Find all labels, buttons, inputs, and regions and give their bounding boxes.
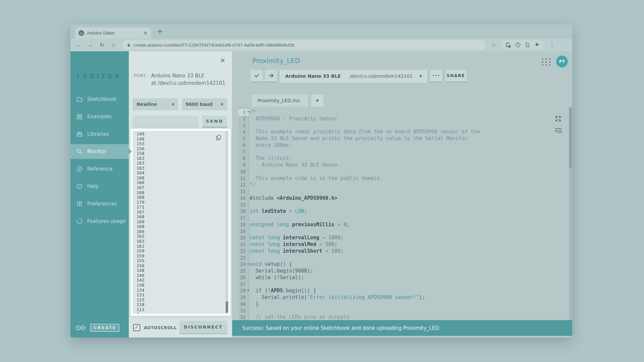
sidebar-item-libraries[interactable]: Libraries <box>70 127 129 141</box>
sidebar-item-label: Features usage <box>87 218 126 224</box>
code-line <box>250 169 565 175</box>
gutter-line-number: 21 <box>238 241 249 248</box>
editor-main: Proximity_LED FT Arduino Nano 33 BLE /de… <box>232 51 572 338</box>
gutter-line-number: 7 <box>238 149 249 156</box>
serial-output-line: 138 <box>137 283 228 288</box>
serial-output-line: 166 <box>137 180 228 185</box>
autoscroll-label: AUTOSCROLL <box>144 325 177 330</box>
new-tab-button[interactable]: + <box>157 27 163 36</box>
serial-output-line: 169 <box>137 220 228 225</box>
serial-output-line: 167 <box>137 210 228 215</box>
gutter-line-number: 32 <box>238 314 249 320</box>
extensions-cluster <box>501 40 544 50</box>
code-line: } <box>250 301 565 308</box>
fold-caret-icon[interactable]: ▼ <box>248 109 249 116</box>
sidebar-item-preferences[interactable]: Preferences <box>70 196 129 211</box>
chevron-right-icon: ❯ <box>76 73 80 79</box>
serial-output-line: 149 <box>137 132 228 137</box>
baud-rate-select[interactable]: 9600 baud ▼ <box>182 98 227 110</box>
arduino-favicon-icon: ∞ <box>78 30 84 36</box>
verify-button[interactable] <box>251 70 263 82</box>
code-line: Nano 33 BLE Sense and prints the proximi… <box>250 135 565 142</box>
copy-icon[interactable] <box>215 134 222 142</box>
serial-output-list[interactable]: 1491481531561581631631631641681661671681… <box>132 131 228 314</box>
more-options-button[interactable]: ••• <box>430 70 442 82</box>
home-icon[interactable]: ⌂ <box>110 42 117 48</box>
share-button[interactable]: SHARE <box>445 70 466 82</box>
sidebar-item-label: Sketchbook <box>87 96 116 102</box>
info-icon[interactable] <box>515 42 521 48</box>
code-editor[interactable]: /* APDS9960 - Proximity Sensor This exam… <box>250 107 565 320</box>
file-tab[interactable]: Proximity_LED.ino <box>252 95 308 107</box>
code-line: The circuit: <box>250 155 565 162</box>
board-selector[interactable]: Arduino Nano 33 BLE /dev/cu.usbmodem1421… <box>280 70 427 82</box>
sidebar-item-help[interactable]: ?Help <box>70 179 129 194</box>
fold-caret-icon[interactable]: ▼ <box>248 288 249 294</box>
scrollbar-thumb[interactable] <box>569 108 572 168</box>
code-line: APDS9960 - Proximity Sensor <box>250 116 565 122</box>
code-line: - Arduino Nano 33 BLE Sense <box>250 162 565 169</box>
upload-button[interactable] <box>265 70 277 82</box>
code-line <box>250 215 565 222</box>
fold-caret-icon[interactable]: ▼ <box>248 261 249 268</box>
serial-output-panel: 1491481531561581631631631641681661671681… <box>131 129 230 315</box>
disconnect-button[interactable]: DISCONNECT <box>179 321 227 334</box>
fullscreen-expand-icon[interactable] <box>554 115 562 122</box>
code-scrollbar[interactable] <box>569 107 572 320</box>
browser-tab[interactable]: ∞ Arduino Editor ✕ <box>75 27 151 39</box>
gutter-line-number: 23 <box>238 255 249 261</box>
url-text: create.arduino.cc/editor/FT-CONTENT/63eb… <box>133 43 294 48</box>
tab-title: Arduino Editor <box>87 31 141 36</box>
gutter-line-number: 1▼ <box>238 109 249 116</box>
serial-output-line: 155 <box>137 258 228 263</box>
code-line <box>250 122 565 129</box>
avatar[interactable]: FT <box>556 56 568 67</box>
send-row: SEND <box>133 116 227 128</box>
autoscroll-checkbox[interactable]: ✓ <box>133 324 140 331</box>
sketch-title: Proximity_LED <box>252 57 300 65</box>
serial-output-line: 153 <box>137 141 228 146</box>
sidebar-item-monitor[interactable]: Monitor <box>70 144 129 159</box>
serial-send-input[interactable] <box>133 116 198 128</box>
sidebar-item-sketchbook[interactable]: Sketchbook <box>70 92 129 107</box>
extension-badge-icon[interactable] <box>505 42 511 48</box>
code-line: int ledState = LOW; <box>250 208 565 215</box>
line-ending-select[interactable]: Newline ▼ <box>133 98 178 110</box>
status-message: Success: Saved on your online Sketchbook… <box>242 325 439 331</box>
back-icon[interactable]: ← <box>75 42 82 48</box>
gutter-line-number: 4 <box>238 129 249 135</box>
check-icon <box>254 72 260 79</box>
code-line: /* <box>250 109 565 116</box>
apps-grid-icon[interactable] <box>542 58 551 66</box>
code-line: This example code is in the public domai… <box>250 175 565 182</box>
editor-logo: ❯ EDITOR <box>76 72 122 80</box>
document-icon[interactable] <box>525 42 530 48</box>
sidebar-item-features-usage[interactable]: Features usage <box>70 214 129 229</box>
code-line <box>250 202 565 208</box>
reload-icon[interactable]: ↻ <box>99 42 105 49</box>
scrollbar-thumb[interactable] <box>226 301 228 313</box>
lock-icon <box>127 43 131 47</box>
send-button[interactable]: SEND <box>202 116 227 128</box>
sidebar-item-examples[interactable]: Examples <box>70 109 129 124</box>
tab-close-icon[interactable]: ✕ <box>143 31 148 36</box>
gutter-line-number: 17 <box>238 215 249 222</box>
gutter-line-number: 10 <box>238 169 249 175</box>
list-icon <box>76 113 83 120</box>
sidebar-item-reference[interactable]: Reference <box>70 162 129 176</box>
monitor-close-icon[interactable]: ✕ <box>220 57 225 64</box>
code-line: const long intervalMed = 500; <box>250 241 565 248</box>
file-tab-menu-button[interactable]: ▼ <box>311 95 323 107</box>
url-bar[interactable]: create.arduino.cc/editor/FT-CONTENT/63eb… <box>122 40 486 50</box>
puzzle-extensions-icon[interactable] <box>534 42 540 48</box>
browser-menu-icon[interactable]: ⋮ <box>549 42 555 49</box>
bookmark-star-icon[interactable]: ☆ <box>491 42 496 49</box>
serial-output-scrollbar[interactable] <box>225 131 228 314</box>
sidebar-item-label: Preferences <box>87 201 117 207</box>
code-line <box>250 228 565 235</box>
sidebar-item-label: Reference <box>87 166 113 172</box>
console-log-icon[interactable] <box>554 127 562 134</box>
serial-output-line: 159 <box>137 254 228 259</box>
forward-icon[interactable]: → <box>87 42 94 48</box>
sidebar-item-label: Monitor <box>87 148 106 155</box>
